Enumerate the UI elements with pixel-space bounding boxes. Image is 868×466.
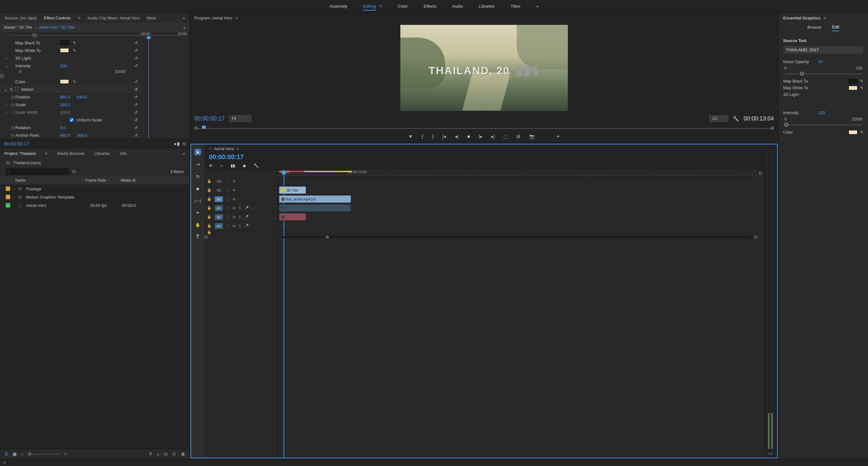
reset-icon[interactable]: ↺ [134,63,138,68]
tab-metadata[interactable]: Meta [147,15,156,21]
toggle-output-icon[interactable]: 👁 [232,179,236,183]
toggle-output-icon[interactable]: 👁 [232,197,236,201]
workspace-editing[interactable]: Editing [363,3,376,10]
timeline-content[interactable]: :00:00 00:00:15:00 3D Titlethai_drone.mp… [278,170,757,458]
eg-intensity-value[interactable]: 100 [818,110,825,115]
audio-track-row[interactable] [278,204,757,212]
eg-tab-browse[interactable]: Browse [807,25,821,31]
eyedropper-icon[interactable]: ✎ [860,130,864,134]
anchor-x[interactable]: 640.0 [60,133,70,138]
ec-master-label[interactable]: Master * 3D Title [4,25,32,30]
selection-tool[interactable]: ➤ [194,149,201,155]
lock-icon[interactable]: 🔓 [207,179,212,183]
reset-icon[interactable]: ↺ [134,95,138,99]
workspace-menu-icon[interactable]: ≡ [377,4,382,9]
hzoom-left[interactable] [205,236,208,239]
workspace-titles[interactable]: Titles [511,3,521,10]
source-patching-icon[interactable]: ⬚ [226,197,229,201]
ripple-edit-tool[interactable]: ⇆ [194,173,201,179]
find-icon[interactable]: ⌕ [157,452,159,457]
timeline-marker-icon[interactable]: ◆ [243,163,246,168]
map-black-swatch[interactable] [60,40,69,45]
stopwatch-icon[interactable]: ◷ [9,133,15,138]
ec-clip-label[interactable]: Aerial Intro * 3D Title [39,25,74,30]
video-track-row[interactable] [278,177,757,186]
source-patching-icon[interactable]: ⬚ [226,224,229,228]
reset-icon[interactable]: ↺ [134,87,138,92]
tab-menu-icon[interactable]: ≡ [45,151,48,156]
audio-track-header[interactable]: 🔓A3⬚MS🎤 [205,222,278,230]
eg-noise-slider[interactable] [784,74,862,74]
position-y[interactable]: 540.0 [77,95,87,99]
video-track-row[interactable]: thai_drone.mp4 [V] [278,195,757,204]
source-patching-icon[interactable]: ⬚ [226,179,229,183]
audio-track-row[interactable] [278,222,757,230]
razor-tool[interactable]: ◆ [194,185,201,192]
lock-icon[interactable]: 🔓 [207,224,212,228]
video-clip[interactable]: 3D Title [279,187,306,194]
workspace-audio[interactable]: Audio [452,3,463,10]
voice-over-icon[interactable]: 🎤 [244,215,249,219]
reset-icon[interactable]: ↺ [134,133,138,138]
extract-button[interactable]: ⊟ [517,134,520,139]
solo-button[interactable]: S [239,224,241,228]
program-scrubber[interactable] [194,124,774,130]
track-name[interactable]: A1 [215,205,223,211]
freeform-view-icon[interactable]: ○ [21,452,24,457]
eg-map-black-swatch[interactable] [848,79,858,84]
effect-overview-thumb[interactable] [33,33,36,37]
track-name[interactable]: V3 [215,178,223,184]
export-frame-icon[interactable]: ⎋ [183,141,186,146]
tabs-overflow-icon[interactable]: » [183,151,185,156]
program-timecode-current[interactable]: 00:00:00:17 [194,115,224,122]
tab-project[interactable]: Project: Thailand [4,151,35,156]
type-tool[interactable]: T [194,234,201,240]
eyedropper-icon[interactable]: ✎ [73,48,76,53]
audio-track-row[interactable] [278,230,757,234]
tab-effect-controls[interactable]: Effect Controls [44,15,71,21]
reset-icon[interactable]: ↺ [134,48,138,53]
panel-menu-icon[interactable]: ≡ [236,15,238,21]
video-track-row[interactable]: 3D Title [278,186,757,195]
transform-icon[interactable]: ⛶ [15,87,19,92]
expand-icon[interactable]: › [4,102,9,107]
project-item[interactable]: ›🗀Motion Graphics Template [0,193,189,201]
mark-out-button[interactable]: } [432,134,434,139]
go-to-out-button[interactable]: ▸| [491,134,495,139]
settings-icon[interactable]: 🔧 [733,116,739,122]
program-zoom-select[interactable]: Fit [229,115,251,122]
project-item[interactable]: ⬚Aerial Intro25.00 fps00:00:0 [0,201,189,209]
lock-icon[interactable]: 🔓 [207,188,212,192]
project-zoom-slider[interactable] [28,454,60,455]
video-track-header[interactable]: 🔓V3⬚👁 [205,177,278,186]
mute-button[interactable]: M [232,224,236,228]
lock-icon[interactable]: 🔓 [207,230,212,234]
timeline-timecode[interactable]: 00:00:00:17 [205,153,764,163]
tab-menu-icon[interactable]: ≡ [78,15,81,21]
reset-icon[interactable]: ↺ [134,79,138,84]
audio-clip[interactable] [279,204,351,212]
bin-icon[interactable]: 🗀 [6,160,10,165]
timeline-ruler[interactable]: :00:00 00:00:15:00 [278,170,757,177]
tabs-overflow-icon[interactable]: » [183,15,185,21]
play-icon[interactable]: ▸ [184,25,186,30]
eg-intensity-slider[interactable] [784,125,862,125]
track-name[interactable]: V1 [215,196,223,202]
audio-track-header[interactable]: 🔓 [205,230,278,234]
mute-button[interactable]: M [232,206,236,210]
expand-icon[interactable]: › [13,187,18,191]
tab-media-browser[interactable]: Media Browser [57,151,85,156]
audio-clip[interactable] [279,213,306,221]
close-timeline-icon[interactable]: × [209,146,212,151]
panel-menu-icon[interactable]: ≡ [824,15,826,21]
rotation-value[interactable]: 0.0 [60,125,66,130]
workspace-libraries[interactable]: Libraries [479,3,495,10]
track-name[interactable]: V2 [215,188,223,193]
voice-over-icon[interactable]: 🎤 [244,206,249,210]
new-item-icon[interactable]: 🗋 [172,452,177,457]
lock-icon[interactable]: 🔓 [207,197,212,201]
audio-track-header[interactable]: 🔓A2⬚MS🎤 [205,212,278,222]
collapse-icon[interactable]: ⌄ [4,63,9,68]
anchor-y[interactable]: 360.0 [77,133,87,138]
expand-icon[interactable]: › [13,195,18,200]
